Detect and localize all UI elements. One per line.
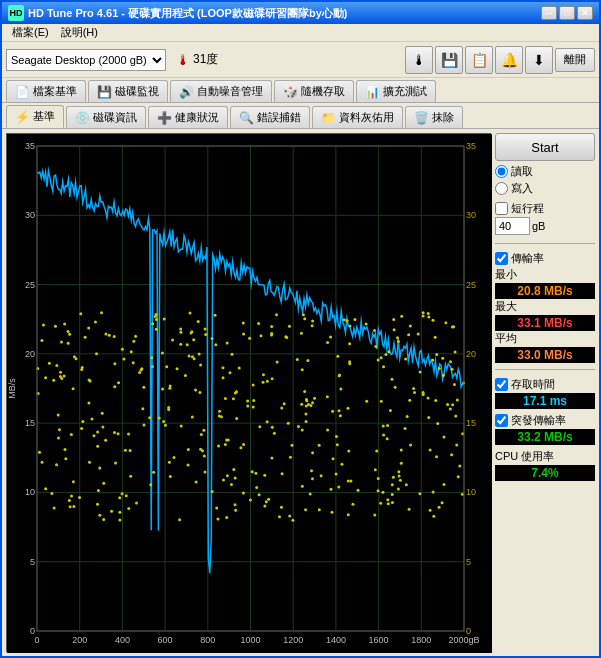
toolbar-btn-2[interactable]: 💾 [435, 46, 463, 74]
chart-container [6, 133, 491, 652]
tab-extended-icon: 📊 [365, 85, 380, 99]
maximize-button[interactable]: □ [559, 6, 575, 20]
tab-recovery-label: 資料灰佑用 [339, 110, 394, 125]
write-radio[interactable] [495, 182, 508, 195]
right-panel: Start 讀取 寫入 短行程 gB [495, 133, 595, 652]
access-time-value: 17.1 ms [495, 393, 595, 409]
access-time-label: 存取時間 [511, 377, 555, 392]
exit-button[interactable]: 離開 [555, 48, 595, 72]
mode-radio-group: 讀取 寫入 [495, 164, 595, 196]
divider-1 [495, 243, 595, 244]
toolbar-btn-3[interactable]: 📋 [465, 46, 493, 74]
tab-file-recovery[interactable]: 📁 資料灰佑用 [312, 106, 403, 128]
access-time-checkbox[interactable] [495, 378, 508, 391]
cpu-value: 7.4% [495, 465, 595, 481]
burst-rate-toggle[interactable]: 突發傳輸率 [495, 413, 595, 428]
tab-extended-test[interactable]: 📊 擴充測試 [356, 80, 436, 102]
read-radio-label[interactable]: 讀取 [495, 164, 595, 179]
options-group: 短行程 gB [495, 201, 595, 237]
block-size-input[interactable] [495, 217, 530, 235]
transfer-rate-label: 傳輸率 [511, 251, 544, 266]
tab-file-label: 檔案基準 [33, 84, 77, 99]
tab-random-icon: 🎲 [283, 85, 298, 99]
tab-wipe-label: 抹除 [432, 110, 454, 125]
tab-error-scan[interactable]: 🔍 錯誤捕錯 [230, 106, 310, 128]
temperature-value: 31度 [193, 51, 218, 68]
menu-file[interactable]: 檔案(E) [6, 24, 55, 41]
toolbar: Seagate Desktop (2000 gB) 🌡 31度 🌡 💾 📋 🔔 … [2, 42, 599, 78]
tab-disk-info[interactable]: 💿 磁碟資訊 [66, 106, 146, 128]
tab-diskinfo-label: 磁碟資訊 [93, 110, 137, 125]
access-time-toggle[interactable]: 存取時間 [495, 377, 595, 392]
block-size-row: gB [495, 217, 595, 235]
toolbar-buttons: 🌡 💾 📋 🔔 ⬇ 離開 [405, 46, 595, 74]
window-title: HD Tune Pro 4.61 - 硬碟實用程式 (LOOP款磁碟研習團隊by… [28, 6, 541, 21]
tab-benchmark-label: 基準 [33, 109, 55, 124]
disk-selector: Seagate Desktop (2000 gB) [6, 49, 166, 71]
close-button[interactable]: ✕ [577, 6, 593, 20]
transfer-rate-toggle[interactable]: 傳輸率 [495, 251, 595, 266]
short-run-checkbox[interactable] [495, 202, 508, 215]
avg-label: 平均 [495, 331, 595, 346]
tab-diskinfo-icon: 💿 [75, 111, 90, 125]
burst-rate-label: 突發傳輸率 [511, 413, 566, 428]
tab-error-icon: 🔍 [239, 111, 254, 125]
tab-error-label: 錯誤捕錯 [257, 110, 301, 125]
toolbar-btn-4[interactable]: 🔔 [495, 46, 523, 74]
start-button[interactable]: Start [495, 133, 595, 161]
transfer-rate-section: 傳輸率 最小 20.8 MB/s 最大 33.1 MB/s 平均 33.0 MB… [495, 251, 595, 363]
menu-bar: 檔案(E) 說明(H) [2, 24, 599, 42]
thermometer-icon: 🌡 [176, 52, 190, 68]
toolbar-btn-5[interactable]: ⬇ [525, 46, 553, 74]
max-label: 最大 [495, 299, 595, 314]
write-label: 寫入 [511, 181, 533, 196]
temperature-display: 🌡 31度 [176, 51, 218, 68]
avg-value: 33.0 MB/s [495, 347, 595, 363]
tab-wipe-icon: 🗑️ [414, 111, 429, 125]
tab-file-benchmark[interactable]: 📄 檔案基準 [6, 80, 86, 102]
cpu-label: CPU 使用率 [495, 449, 595, 464]
tab-noise-icon: 🔊 [179, 85, 194, 99]
tab-wipe[interactable]: 🗑️ 抹除 [405, 106, 463, 128]
min-label: 最小 [495, 267, 595, 282]
tab-disk-monitor[interactable]: 💾 磁碟監視 [88, 80, 168, 102]
tab-file-icon: 📄 [15, 85, 30, 99]
divider-2 [495, 369, 595, 370]
tab-extended-label: 擴充測試 [383, 84, 427, 99]
access-time-section: 存取時間 17.1 ms [495, 377, 595, 409]
tab-monitor-label: 磁碟監視 [115, 84, 159, 99]
tab-row-2: ⚡ 基準 💿 磁碟資訊 ➕ 健康狀況 🔍 錯誤捕錯 📁 資料灰佑用 🗑️ 抹除 [2, 103, 599, 129]
short-run-text: 短行程 [511, 201, 544, 216]
tab-random-access[interactable]: 🎲 隨機存取 [274, 80, 354, 102]
tab-noise-mgmt[interactable]: 🔊 自動噪音管理 [170, 80, 272, 102]
benchmark-chart [7, 134, 492, 653]
tab-benchmark-icon: ⚡ [15, 110, 30, 124]
window-controls: ─ □ ✕ [541, 6, 593, 20]
tab-row-1: 📄 檔案基準 💾 磁碟監視 🔊 自動噪音管理 🎲 隨機存取 📊 擴充測試 [2, 78, 599, 103]
disk-dropdown[interactable]: Seagate Desktop (2000 gB) [6, 49, 166, 71]
tab-noise-label: 自動噪音管理 [197, 84, 263, 99]
cpu-section: CPU 使用率 7.4% [495, 449, 595, 481]
tab-recovery-icon: 📁 [321, 111, 336, 125]
menu-help[interactable]: 說明(H) [55, 24, 104, 41]
min-value: 20.8 MB/s [495, 283, 595, 299]
toolbar-btn-1[interactable]: 🌡 [405, 46, 433, 74]
minimize-button[interactable]: ─ [541, 6, 557, 20]
write-radio-label[interactable]: 寫入 [495, 181, 595, 196]
read-radio[interactable] [495, 165, 508, 178]
tab-health[interactable]: ➕ 健康狀況 [148, 106, 228, 128]
tab-health-icon: ➕ [157, 111, 172, 125]
burst-rate-checkbox[interactable] [495, 414, 508, 427]
short-run-label[interactable]: 短行程 [495, 201, 595, 216]
app-icon: HD [8, 5, 24, 21]
read-label: 讀取 [511, 164, 533, 179]
tab-benchmark[interactable]: ⚡ 基準 [6, 105, 64, 128]
transfer-rate-checkbox[interactable] [495, 252, 508, 265]
tab-random-label: 隨機存取 [301, 84, 345, 99]
tab-monitor-icon: 💾 [97, 85, 112, 99]
main-window: HD HD Tune Pro 4.61 - 硬碟實用程式 (LOOP款磁碟研習團… [0, 0, 601, 658]
burst-rate-value: 33.2 MB/s [495, 429, 595, 445]
max-value: 33.1 MB/s [495, 315, 595, 331]
title-bar: HD HD Tune Pro 4.61 - 硬碟實用程式 (LOOP款磁碟研習團… [2, 2, 599, 24]
burst-rate-section: 突發傳輸率 33.2 MB/s [495, 413, 595, 445]
